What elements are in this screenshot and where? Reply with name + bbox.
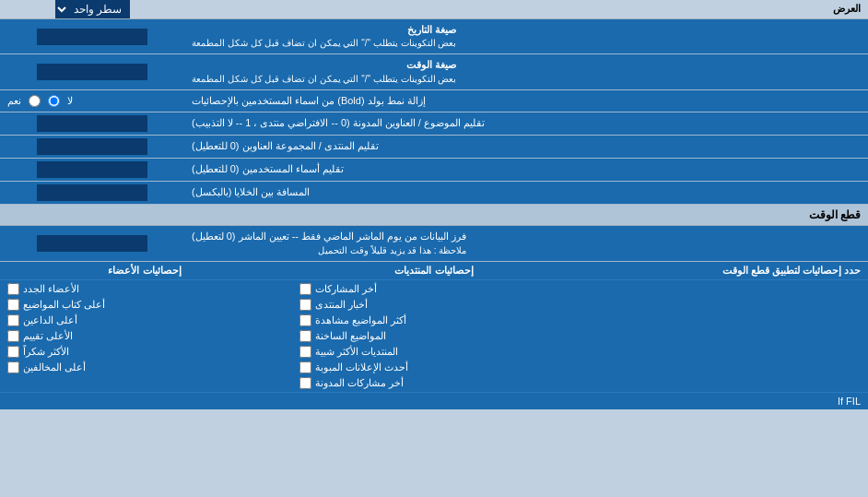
realtime-filter-row: فرز البيانات من يوم الماشر الماضي فقط --… xyxy=(0,226,868,261)
chk-col1-label-1: أخبار المنتدى xyxy=(315,299,368,311)
chk-col1-input-1[interactable] xyxy=(299,299,311,311)
chk-col2-item-5[interactable]: أعلى المخالفين xyxy=(4,361,288,374)
chk-col2-input-4[interactable] xyxy=(7,346,19,358)
realtime-filter-input[interactable]: 0 xyxy=(37,235,147,252)
bold-remove-radio-cell[interactable]: لا نعم xyxy=(0,90,184,112)
date-format-label: صيغة التاريخ بعض التكوينات يتطلب "/" الت… xyxy=(184,19,868,53)
time-format-row: صيغة الوقت بعض التكوينات يتطلب "/" التي … xyxy=(0,54,868,89)
realtime-section-header: قطع الوقت xyxy=(0,205,868,226)
col1-checkboxes: أخر المشاركات أخبار المنتدى أكثر المواضي… xyxy=(292,280,584,392)
bold-remove-row: إزالة نمط بولد (Bold) من اسماء المستخدمي… xyxy=(0,90,868,112)
cell-spacing-input[interactable]: 2 xyxy=(37,184,147,201)
limit-label: حدد إحصائيات لتطبيق قطع الوقت xyxy=(579,262,868,279)
chk-col1-item-4[interactable]: المنتديات الأكثر شبية xyxy=(296,345,581,359)
forum-sort-row: تقليم المنتدى / المجموعة العناوين (0 للت… xyxy=(0,136,868,159)
display-select[interactable]: سطر واحد سطرين ثلاثة أسطر xyxy=(55,0,130,18)
chk-col2-input-0[interactable] xyxy=(7,283,19,295)
chk-col2-label-2: أعلى الداعين xyxy=(23,314,77,326)
realtime-filter-label: فرز البيانات من يوم الماشر الماضي فقط --… xyxy=(184,226,868,260)
chk-col1-label-5: أحدث الإعلانات المبوبة xyxy=(315,361,408,373)
chk-col2-label-0: الأعضاء الجدد xyxy=(23,283,79,295)
checkboxes-content: أخر المشاركات أخبار المنتدى أكثر المواضي… xyxy=(0,280,868,392)
bold-remove-label: إزالة نمط بولد (Bold) من اسماء المستخدمي… xyxy=(184,90,868,112)
chk-col1-input-6[interactable] xyxy=(299,377,311,389)
date-format-input[interactable]: d-m xyxy=(37,29,147,45)
col2-checkboxes: الأعضاء الجدد أعلى كتاب المواضيع أعلى ال… xyxy=(0,280,292,392)
radio-no[interactable] xyxy=(48,95,60,107)
checkboxes-header-row: حدد إحصائيات لتطبيق قطع الوقت إحصائيات ا… xyxy=(0,262,868,280)
chk-col2-label-1: أعلى كتاب المواضيع xyxy=(23,299,105,311)
bottom-note-row: If FIL xyxy=(0,392,868,409)
main-container: العرض سطر واحد سطرين ثلاثة أسطر صيغة الت… xyxy=(0,0,868,409)
radio-no-label: لا xyxy=(67,95,73,107)
user-sort-label: تقليم أسماء المستخدمين (0 للتعطيل) xyxy=(184,159,868,181)
display-label: العرض xyxy=(184,0,868,18)
select-cell[interactable]: سطر واحد سطرين ثلاثة أسطر xyxy=(0,0,184,18)
date-format-row: صيغة التاريخ بعض التكوينات يتطلب "/" الت… xyxy=(0,19,868,54)
chk-col1-item-5[interactable]: أحدث الإعلانات المبوبة xyxy=(296,361,581,374)
empty-col xyxy=(583,280,868,392)
cell-spacing-row: المسافة بين الخلايا (بالبكسل) 2 xyxy=(0,182,868,205)
col2-header: إحصائيات الأعضاء xyxy=(0,262,289,279)
chk-col2-label-4: الأكثر شكراً xyxy=(23,346,69,358)
cell-spacing-input-cell[interactable]: 2 xyxy=(0,182,184,204)
chk-col1-label-6: أخر مشاركات المدونة xyxy=(315,377,404,389)
bottom-note-text: If FIL xyxy=(838,396,861,407)
topic-sort-label: تقليم الموضوع / العناوين المدونة (0 -- ا… xyxy=(184,112,868,135)
chk-col1-label-2: أكثر المواضيع مشاهدة xyxy=(315,314,406,326)
user-sort-row: تقليم أسماء المستخدمين (0 للتعطيل) 0 xyxy=(0,159,868,182)
top-header-row: العرض سطر واحد سطرين ثلاثة أسطر xyxy=(0,0,868,19)
user-sort-input-cell[interactable]: 0 xyxy=(0,159,184,181)
chk-col1-item-6[interactable]: أخر مشاركات المدونة xyxy=(296,376,581,390)
radio-yes[interactable] xyxy=(29,95,41,107)
chk-col2-input-1[interactable] xyxy=(7,299,19,311)
col1-header: إحصائيات المنتديات xyxy=(289,262,579,279)
chk-col2-label-3: الأعلى تقييم xyxy=(23,330,73,342)
forum-sort-input[interactable]: 33 xyxy=(37,138,147,155)
chk-col1-input-4[interactable] xyxy=(299,346,311,358)
chk-col2-item-4[interactable]: الأكثر شكراً xyxy=(4,345,288,359)
chk-col2-label-5: أعلى المخالفين xyxy=(23,361,86,373)
chk-col2-input-2[interactable] xyxy=(7,314,19,326)
chk-col1-item-0[interactable]: أخر المشاركات xyxy=(296,282,581,296)
chk-col2-input-3[interactable] xyxy=(7,330,19,342)
chk-col2-item-1[interactable]: أعلى كتاب المواضيع xyxy=(4,298,288,312)
chk-col1-input-0[interactable] xyxy=(299,283,311,295)
chk-col1-input-5[interactable] xyxy=(299,361,311,373)
user-sort-input[interactable]: 0 xyxy=(37,161,147,178)
forum-sort-label: تقليم المنتدى / المجموعة العناوين (0 للت… xyxy=(184,136,868,158)
date-format-input-cell[interactable]: d-m xyxy=(0,19,184,53)
topic-sort-row: تقليم الموضوع / العناوين المدونة (0 -- ا… xyxy=(0,112,868,136)
chk-col1-item-3[interactable]: المواضيع الساخنة xyxy=(296,329,581,343)
time-format-label: صيغة الوقت بعض التكوينات يتطلب "/" التي … xyxy=(184,54,868,89)
chk-col1-input-3[interactable] xyxy=(299,330,311,342)
forum-sort-input-cell[interactable]: 33 xyxy=(0,136,184,158)
cell-spacing-label: المسافة بين الخلايا (بالبكسل) xyxy=(184,182,868,204)
chk-col1-input-2[interactable] xyxy=(299,314,311,326)
chk-col2-input-5[interactable] xyxy=(7,361,19,373)
chk-col2-item-3[interactable]: الأعلى تقييم xyxy=(4,329,288,343)
topic-sort-input[interactable]: 33 xyxy=(37,115,147,132)
chk-col1-label-3: المواضيع الساخنة xyxy=(315,330,386,342)
chk-col2-item-2[interactable]: أعلى الداعين xyxy=(4,314,288,327)
chk-col1-item-1[interactable]: أخبار المنتدى xyxy=(296,298,581,312)
time-format-input-cell[interactable]: H:i xyxy=(0,54,184,89)
chk-col1-item-2[interactable]: أكثر المواضيع مشاهدة xyxy=(296,314,581,327)
topic-sort-input-cell[interactable]: 33 xyxy=(0,112,184,135)
realtime-filter-input-cell[interactable]: 0 xyxy=(0,226,184,260)
chk-col2-item-0[interactable]: الأعضاء الجدد xyxy=(4,282,288,296)
time-format-input[interactable]: H:i xyxy=(37,64,147,80)
chk-col1-label-4: المنتديات الأكثر شبية xyxy=(315,346,398,358)
radio-yes-label: نعم xyxy=(7,95,21,107)
chk-col1-label-0: أخر المشاركات xyxy=(315,283,377,295)
